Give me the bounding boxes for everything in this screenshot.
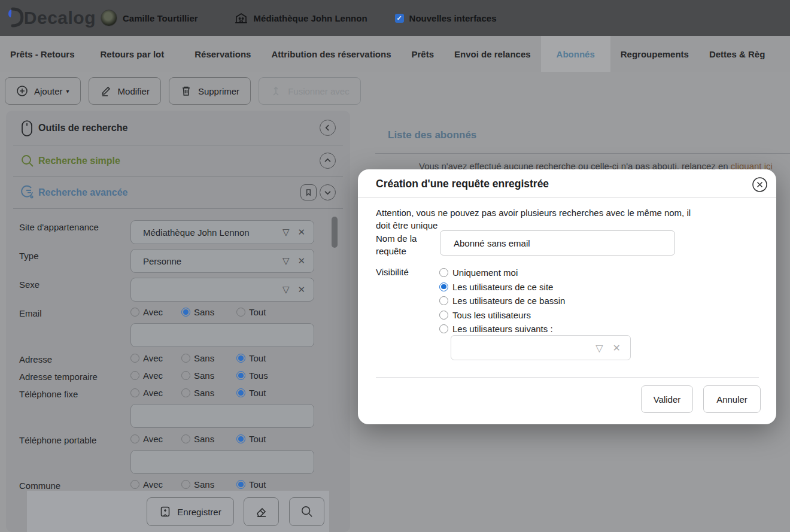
radio-selected-icon[interactable] <box>181 308 190 317</box>
tab-prets-retours[interactable]: Prêts - Retours <box>0 36 85 72</box>
dropdown-icon[interactable]: ▽ <box>282 227 290 238</box>
tab-prets[interactable]: Prêts <box>401 36 444 72</box>
add-button[interactable]: Ajouter ▾ <box>5 77 81 105</box>
telephone-fixe-input[interactable] <box>130 404 314 428</box>
panel-scrollbar-thumb[interactable] <box>332 217 338 248</box>
commune-radio-group: Avec Sans Tout <box>130 479 266 490</box>
dropdown-icon[interactable]: ▽ <box>282 284 290 295</box>
tab-dettes[interactable]: Dettes & Règ <box>699 36 775 72</box>
search-tools-panel: Outils de recherche Recherche simple Rec… <box>6 111 350 532</box>
tab-abonnes[interactable]: Abonnés <box>541 36 610 72</box>
advanced-search-header[interactable]: Recherche avancée <box>6 177 350 208</box>
type-select[interactable]: Personne ▽ ✕ <box>130 249 314 273</box>
visibility-specific-users-option[interactable]: Les utilisateurs suivants : <box>439 324 565 334</box>
tab-envoi-relances[interactable]: Envoi de relances <box>444 36 541 72</box>
radio-icon[interactable] <box>130 354 139 363</box>
adresse-avec-option[interactable]: Avec <box>130 353 181 363</box>
radio-selected-icon[interactable] <box>236 480 245 489</box>
site-select[interactable]: Médiathèque John Lennon ▽ ✕ <box>130 220 314 244</box>
tel-portable-tout-option[interactable]: Tout <box>236 434 266 444</box>
site-menu[interactable]: Médiathèque John Lennon <box>234 11 367 25</box>
collapse-panel-button[interactable] <box>320 120 336 136</box>
tel-fixe-sans-option[interactable]: Sans <box>181 388 236 398</box>
merge-button[interactable]: Fusionner avec <box>259 77 361 105</box>
sexe-select[interactable]: ▽ ✕ <box>130 278 314 302</box>
checkbox-checked-icon[interactable]: ✓ <box>395 14 404 23</box>
radio-selected-icon[interactable] <box>236 371 245 380</box>
visibility-bassin-users-option[interactable]: Les utilisateurs de ce bassin <box>439 296 565 306</box>
tel-portable-sans-option[interactable]: Sans <box>181 434 236 444</box>
email-input[interactable] <box>130 323 314 347</box>
radio-icon[interactable] <box>130 480 139 489</box>
email-tout-option[interactable]: Tout <box>236 307 266 317</box>
edit-button[interactable]: Modifier <box>89 77 161 105</box>
radio-icon[interactable] <box>236 308 245 317</box>
specific-users-select[interactable]: ▽ ✕ <box>451 335 631 360</box>
delete-button[interactable]: Supprimer <box>169 77 251 105</box>
tel-fixe-avec-option[interactable]: Avec <box>130 388 181 398</box>
email-avec-option[interactable]: Avec <box>130 307 181 317</box>
decalog-app: Decalog Camille Tourtillier Médiathèque … <box>0 0 790 532</box>
adresse-temp-sans-option[interactable]: Sans <box>181 370 236 381</box>
radio-selected-icon[interactable] <box>236 388 245 397</box>
radio-icon[interactable] <box>181 434 190 443</box>
radio-selected-icon[interactable] <box>236 434 245 443</box>
adresse-temp-avec-option[interactable]: Avec <box>130 370 181 381</box>
email-sans-option[interactable]: Sans <box>181 307 236 317</box>
radio-icon[interactable] <box>439 311 448 320</box>
tab-attribution-reservations[interactable]: Attribution des réservations <box>261 36 401 72</box>
radio-icon[interactable] <box>130 371 139 380</box>
dropdown-icon[interactable]: ▽ <box>282 256 290 266</box>
radio-icon[interactable] <box>181 480 190 489</box>
radio-icon[interactable] <box>181 354 190 363</box>
radio-selected-icon[interactable] <box>236 354 245 363</box>
radio-icon[interactable] <box>439 296 448 305</box>
new-interfaces-toggle[interactable]: ✓ Nouvelles interfaces <box>395 13 497 23</box>
clear-icon[interactable]: ✕ <box>297 227 305 238</box>
cancel-button[interactable]: Annuler <box>703 385 761 413</box>
collapse-advanced-search-button[interactable] <box>320 184 336 200</box>
radio-selected-icon[interactable] <box>439 282 448 291</box>
tel-portable-avec-option[interactable]: Avec <box>130 434 181 444</box>
radio-icon[interactable] <box>181 388 190 397</box>
radio-icon[interactable] <box>130 434 139 443</box>
radio-icon[interactable] <box>130 308 139 317</box>
tel-fixe-tout-option[interactable]: Tout <box>236 388 266 398</box>
clear-icon[interactable]: ✕ <box>613 342 621 354</box>
clear-form-button[interactable] <box>244 497 279 526</box>
clear-icon[interactable]: ✕ <box>297 284 305 295</box>
radio-icon[interactable] <box>439 268 448 277</box>
saved-queries-button[interactable] <box>300 184 317 200</box>
eraser-icon <box>255 505 268 518</box>
commune-avec-option[interactable]: Avec <box>130 479 181 490</box>
app-header: Decalog Camille Tourtillier Médiathèque … <box>0 0 790 36</box>
telephone-portable-input[interactable] <box>130 450 314 474</box>
commune-sans-option[interactable]: Sans <box>181 479 236 490</box>
validate-button[interactable]: Valider <box>641 385 693 413</box>
user-menu[interactable]: Camille Tourtillier <box>101 10 198 26</box>
run-search-button[interactable] <box>289 497 324 526</box>
adresse-temp-tous-option[interactable]: Tous <box>236 370 268 381</box>
decalog-logo[interactable]: Decalog <box>6 6 96 30</box>
collapse-simple-search-button[interactable] <box>320 153 336 169</box>
dropdown-icon[interactable]: ▽ <box>595 342 603 354</box>
clear-icon[interactable]: ✕ <box>297 256 305 266</box>
visibility-site-users-option[interactable]: Les utilisateurs de ce site <box>439 282 565 292</box>
commune-tout-option[interactable]: Tout <box>236 479 266 490</box>
modal-close-button[interactable] <box>752 177 768 193</box>
save-query-button[interactable]: Enregistrer <box>147 497 234 526</box>
adresse-tout-option[interactable]: Tout <box>236 353 266 363</box>
radio-icon[interactable] <box>181 371 190 380</box>
adresse-sans-option[interactable]: Sans <box>181 353 236 363</box>
visibility-only-me-option[interactable]: Uniquement moi <box>439 267 565 278</box>
tab-reservations[interactable]: Réservations <box>184 36 261 72</box>
divider <box>358 197 776 198</box>
simple-search-header[interactable]: Recherche simple <box>6 145 350 176</box>
radio-icon[interactable] <box>439 324 448 333</box>
visibility-all-users-option[interactable]: Tous les utilisateurs <box>439 310 565 320</box>
abonnes-toolbar: Ajouter ▾ Modifier Supprimer Fusionner a… <box>5 77 361 105</box>
tab-regroupements[interactable]: Regroupements <box>610 36 699 72</box>
radio-icon[interactable] <box>130 388 139 397</box>
tab-retours-par-lot[interactable]: Retours par lot <box>90 36 175 72</box>
query-name-input[interactable] <box>440 230 675 256</box>
